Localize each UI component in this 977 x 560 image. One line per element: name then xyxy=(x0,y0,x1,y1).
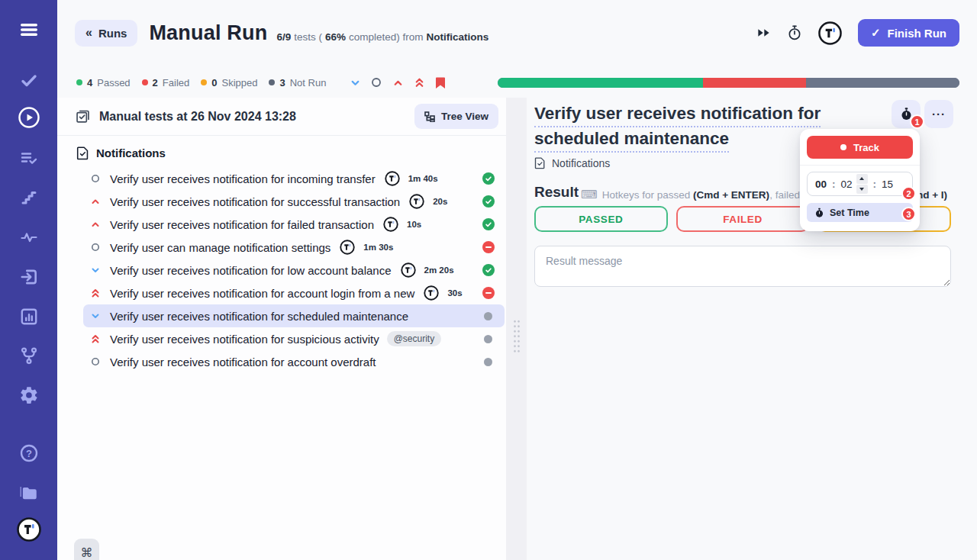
step-down-icon xyxy=(856,185,868,195)
test-title: Verify user can manage notification sett… xyxy=(110,241,331,254)
progress-segment xyxy=(703,78,805,88)
stat-dot-icon xyxy=(201,79,207,85)
test-title: Verify user receives notification for su… xyxy=(110,333,379,346)
back-to-runs-button[interactable]: « Runs xyxy=(75,20,137,47)
stat-item[interactable]: 3 Not Run xyxy=(269,77,326,89)
tests-check-icon[interactable] xyxy=(16,67,42,93)
test-row[interactable]: Verify user receives notification for fa… xyxy=(83,213,505,236)
test-duration: 10s xyxy=(407,220,421,229)
detail-suite-label: Notifications xyxy=(552,157,610,169)
settings-gear-icon[interactable] xyxy=(16,382,42,408)
stat-item[interactable]: 0 Skipped xyxy=(201,77,257,89)
test-title: Verify user receives notification for ac… xyxy=(110,287,414,300)
test-duration: 20s xyxy=(433,197,447,206)
run-stats: 4 Passed 2 Failed 0 Skipped 3 xyxy=(76,77,337,89)
hours-value[interactable]: 00 xyxy=(815,179,827,190)
import-icon[interactable] xyxy=(16,264,42,290)
tests-fraction: 6/9 xyxy=(276,31,291,43)
stat-dot-icon xyxy=(269,79,275,85)
back-label: Runs xyxy=(98,27,127,40)
set-time-button[interactable]: Set Time xyxy=(807,203,913,222)
command-palette-button[interactable]: ⌘ xyxy=(74,539,99,560)
priority-normal-icon xyxy=(90,174,101,183)
track-label: Track xyxy=(853,142,879,153)
progress-segment xyxy=(806,78,959,88)
test-row[interactable]: Verify user receives notification for sc… xyxy=(83,304,505,327)
minutes-value[interactable]: 02 xyxy=(841,179,853,190)
check-icon: ✓ xyxy=(871,26,881,40)
more-options-button[interactable]: ··· xyxy=(924,100,953,128)
test-row[interactable]: Verify user receives notification for in… xyxy=(83,167,505,190)
finish-run-label: Finish Run xyxy=(888,27,947,40)
projects-folder-icon[interactable] xyxy=(16,479,42,505)
priority-highest-icon xyxy=(90,333,101,344)
minutes-stepper[interactable] xyxy=(856,174,868,194)
test-row[interactable]: Verify user receives notification for ac… xyxy=(83,350,505,373)
suite-folder-label: Notifications xyxy=(96,146,166,159)
failed-button[interactable]: FAILED xyxy=(676,206,810,232)
steps-icon[interactable] xyxy=(16,185,42,211)
branch-icon[interactable] xyxy=(16,343,42,369)
result-heading: Result xyxy=(534,184,579,201)
test-row[interactable]: Verify user receives notification for su… xyxy=(83,190,505,213)
panel-splitter[interactable] xyxy=(506,98,527,560)
result-message-input[interactable] xyxy=(534,246,951,287)
testomat-logo-icon[interactable] xyxy=(818,21,842,45)
testomat-logo-icon[interactable] xyxy=(16,517,42,542)
stat-label: Not Run xyxy=(290,77,327,89)
test-row[interactable]: Verify user can manage notification sett… xyxy=(83,236,505,259)
help-icon[interactable]: ? xyxy=(16,440,42,466)
testomat-logo-icon xyxy=(424,285,439,301)
priority-high-icon xyxy=(90,197,101,206)
test-tag[interactable]: @security xyxy=(387,331,442,346)
test-list-panel: Manual tests at 26 Nov 2024 13:28 Tree V… xyxy=(57,98,506,560)
fast-forward-icon[interactable] xyxy=(756,27,771,39)
timer-icon[interactable] xyxy=(787,24,802,41)
chevron-up-icon[interactable] xyxy=(391,76,405,89)
test-row[interactable]: Verify user receives notification for ac… xyxy=(83,282,505,304)
suite-folder-row[interactable]: Notifications xyxy=(57,136,506,167)
testomat-logo-icon xyxy=(385,171,400,186)
analytics-icon[interactable] xyxy=(16,304,42,330)
chevron-down-icon[interactable] xyxy=(348,76,362,89)
annotation-badge-2: 2 xyxy=(901,186,916,201)
test-title: Verify user receives notification for fa… xyxy=(110,218,374,231)
status-passed-icon xyxy=(482,218,495,230)
test-row[interactable]: Verify user receives notification for lo… xyxy=(83,259,505,282)
priority-highest-icon xyxy=(90,288,101,298)
test-title: Verify user receives notification for su… xyxy=(110,195,400,208)
menu-icon[interactable] xyxy=(16,17,42,43)
seconds-value[interactable]: 15 xyxy=(882,179,893,190)
tasklist-icon xyxy=(75,108,91,124)
passed-button[interactable]: PASSED xyxy=(534,206,668,232)
test-plan-icon[interactable] xyxy=(16,145,42,171)
circle-icon[interactable] xyxy=(369,76,383,89)
testomat-logo-icon xyxy=(340,240,355,255)
stat-item[interactable]: 4 Passed xyxy=(76,77,131,89)
status-notrun-icon xyxy=(484,335,492,343)
subtitle-mid: tests ( xyxy=(294,31,322,43)
drag-handle-icon[interactable] xyxy=(513,319,521,354)
tree-icon xyxy=(424,111,435,122)
test-title: Verify user receives notification for lo… xyxy=(110,264,392,277)
chevrons-up-icon[interactable] xyxy=(412,76,426,89)
finish-run-button[interactable]: ✓ Finish Run xyxy=(858,19,959,47)
tree-view-button[interactable]: Tree View xyxy=(414,104,498,129)
runs-play-icon[interactable] xyxy=(16,105,42,130)
detail-suite-row[interactable]: Notifications xyxy=(534,156,610,169)
priority-normal-icon xyxy=(90,357,101,366)
time-input[interactable]: 00 : 02 : 15 xyxy=(807,172,913,196)
annotation-badge-3: 3 xyxy=(901,207,916,221)
divider xyxy=(800,165,920,166)
testomat-logo-icon xyxy=(401,262,416,278)
track-button[interactable]: Track xyxy=(807,136,913,159)
test-title: Verify user receives notification for ac… xyxy=(110,356,376,369)
app-window: ? « Runs Manual Run 6/9 tests ( 66% comp… xyxy=(0,0,977,560)
document-check-icon xyxy=(76,146,89,160)
annotation-badge-1: 1 xyxy=(910,114,924,129)
test-row[interactable]: Verify user receives notification for su… xyxy=(83,327,505,350)
bookmark-icon[interactable] xyxy=(434,76,447,89)
pulse-icon[interactable] xyxy=(16,224,42,250)
stat-item[interactable]: 2 Failed xyxy=(142,77,190,89)
run-progress-summary: 6/9 tests ( 66% completed) from Notifica… xyxy=(276,31,488,43)
